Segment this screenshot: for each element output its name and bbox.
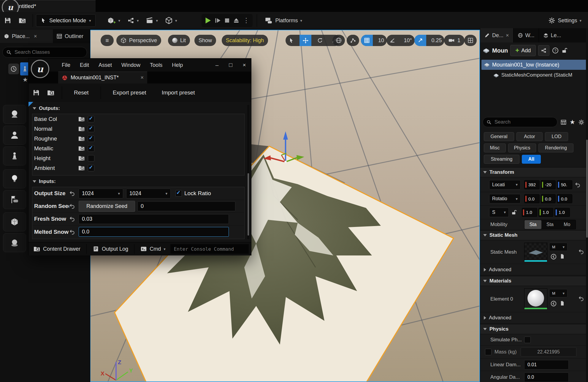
tab-details[interactable]: De... × [480,28,513,42]
melted-snow-field-focused[interactable]: 0.0 [79,227,229,237]
import-preset-button[interactable]: Import preset [154,89,203,96]
add-actor-dropdown[interactable]: +▾ [103,15,124,26]
move-tool-button[interactable] [299,35,311,46]
platforms-dropdown[interactable]: Platforms ▾ [261,15,306,26]
close-icon[interactable]: × [506,32,509,39]
search-classes-box[interactable] [2,47,87,58]
materials-section-header[interactable]: Materials [480,276,588,286]
tab-world-settings[interactable]: W... [513,28,539,42]
surface-snap-button[interactable] [347,35,359,46]
details-scrollbar-thumb[interactable] [586,140,588,238]
tab-outliner[interactable]: Outliner [53,29,87,43]
scale-x-field[interactable]: 1.0 [522,208,537,217]
mass-override-checkbox[interactable] [485,349,492,355]
material-thumbnail[interactable] [524,288,547,308]
category-player-start-button[interactable] [3,146,26,165]
tree-row-component[interactable]: StaticMeshComponent (StaticM [481,70,587,80]
category-shapes-button[interactable] [3,105,26,124]
close-icon[interactable]: × [140,75,144,81]
display-options-table-icon[interactable] [560,119,567,125]
tree-row-root-selected[interactable]: Mountain001_low (Instance) [481,60,587,70]
rotation-z-field[interactable]: 0.0 [557,194,572,203]
frame-skip-button[interactable] [214,17,222,24]
reset-undo-icon[interactable] [578,249,584,255]
rotate-tool-button[interactable] [314,35,326,46]
window-close-button[interactable]: × [237,62,251,68]
physics-section-header[interactable]: Physics [480,324,588,334]
unlock-icon[interactable] [561,47,568,54]
filter-actor[interactable]: Actor [516,132,543,141]
material-asset-combo[interactable]: M▾ [549,289,568,297]
scale-y-field[interactable]: 1.0 [538,208,553,217]
close-icon[interactable]: × [34,33,37,40]
menu-edit[interactable]: Edit [75,62,94,68]
reset-undo-icon[interactable] [69,190,75,196]
instance-editor-window[interactable]: u File Edit Asset Window Tools Help – □ … [28,58,251,255]
static-mesh-section-header[interactable]: Static Mesh [480,230,588,240]
folder-search-icon[interactable] [78,125,85,132]
asset-tab[interactable]: Mountain001_INST* × [58,72,147,83]
folder-search-icon[interactable] [78,165,85,171]
output-checkbox[interactable] [88,165,94,171]
location-z-field[interactable]: 50. [557,180,572,189]
details-search-box[interactable] [483,117,557,127]
maximize-viewport-button[interactable] [464,35,477,46]
search-classes-input[interactable] [14,49,83,56]
browse-asset-button[interactable] [44,89,58,97]
mass-value-field[interactable]: 22.421995 [521,347,576,357]
save-level-button[interactable] [0,15,15,26]
rotation-y-field[interactable]: 0.0 [541,194,556,203]
stop-button[interactable] [224,17,231,24]
filter-lod[interactable]: LOD [545,132,568,141]
edit-blueprint-button[interactable] [538,45,549,56]
outputs-section-header[interactable]: Outputs: [33,105,60,111]
category-lights-button[interactable] [3,169,26,188]
reset-undo-icon[interactable] [69,229,75,235]
export-preset-button[interactable]: Export preset [105,89,154,96]
details-search-input[interactable] [494,119,554,125]
menu-tools[interactable]: Tools [145,62,167,68]
cmd-dropdown[interactable]: Cmd ▾ [136,242,170,255]
save-asset-button[interactable] [28,89,44,96]
simulate-physics-checkbox[interactable] [524,337,531,343]
favorites-star-icon[interactable]: ★ [570,119,575,126]
world-local-space-button[interactable] [332,35,345,46]
tab-levels[interactable]: Le... [539,28,565,42]
output-checkbox[interactable] [88,155,94,162]
eject-button[interactable] [232,17,240,24]
output-checkbox[interactable] [88,145,94,152]
perspective-dropdown[interactable]: Perspective [116,35,161,46]
window-scrollbar-thumb[interactable] [248,173,249,236]
tab-place-actors[interactable]: Place... × [0,29,53,43]
lit-mode-dropdown[interactable]: Lit [168,35,190,46]
output-log-button[interactable]: Output Log [88,242,133,255]
folder-search-icon[interactable] [78,145,85,152]
selection-mode-dropdown[interactable]: Selection Mode ▾ [36,14,96,27]
recently-placed-button[interactable] [8,64,19,74]
browse-to-asset-icon[interactable] [550,300,557,307]
transform-section-header[interactable]: Transform [480,167,588,177]
static-mesh-thumbnail[interactable] [524,243,547,261]
materials-advanced-row[interactable]: Advanced [480,312,588,323]
window-scrollbar-track[interactable] [247,105,249,239]
build-dropdown[interactable]: ▾ [161,15,181,26]
cinematics-dropdown[interactable]: ▾ [142,15,161,26]
details-settings-gear-icon[interactable] [578,119,584,125]
mobility-static-button[interactable]: Sta [524,220,541,229]
category-effects-button[interactable] [3,233,26,252]
scale-snap-value[interactable]: 0.25 [429,35,444,46]
output-checkbox[interactable] [88,126,94,132]
lock-ratio-checkbox[interactable] [175,190,182,197]
grid-snap-toggle[interactable] [361,35,373,46]
rotation-dropdown[interactable]: Rotatio▾ [489,194,521,203]
add-component-button[interactable]: + Add [510,45,536,56]
reset-undo-icon[interactable] [69,203,75,209]
static-mesh-advanced-row[interactable]: Advanced [480,264,588,275]
output-size-width-select[interactable]: 1024▾ [79,189,123,198]
reset-undo-icon[interactable] [69,216,75,222]
reset-undo-icon[interactable] [575,182,581,188]
angle-snap-value[interactable]: 10° [401,35,415,46]
filter-rendering[interactable]: Rendering [538,143,573,152]
scale-z-field[interactable]: 1.0 [554,208,570,217]
play-button[interactable] [203,16,212,25]
